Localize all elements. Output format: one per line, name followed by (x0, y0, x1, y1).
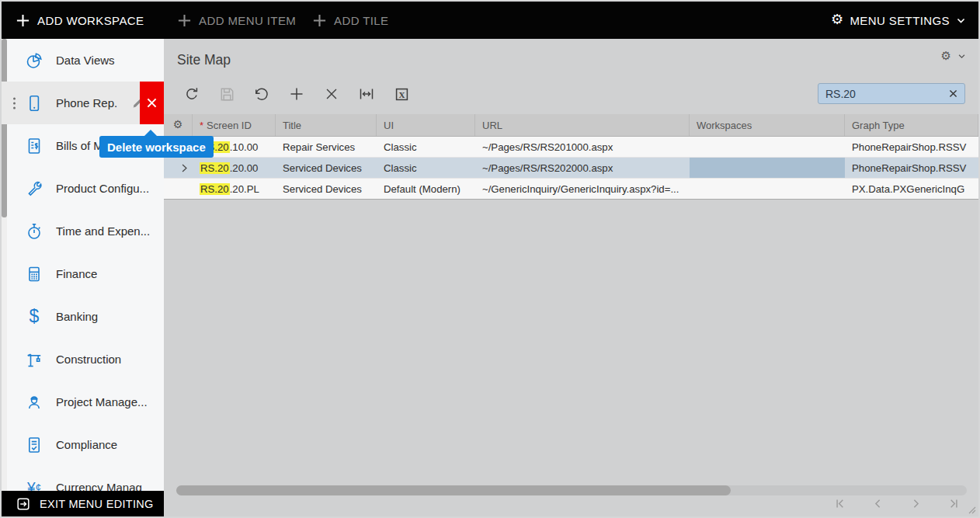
column-header-screen-id[interactable]: *Screen ID (193, 114, 276, 136)
plus-icon (177, 13, 192, 28)
table-row[interactable]: RS.20.20.PL Serviced Devices Default (Mo… (164, 179, 978, 200)
add-menu-item-button[interactable]: ADD MENU ITEM (177, 2, 296, 39)
clear-search-icon[interactable] (948, 89, 958, 99)
grid-header-row: ⚙ *Screen ID Title UI URL Workspaces Gra… (164, 114, 978, 137)
exit-icon (16, 496, 31, 512)
wrench-icon (25, 179, 43, 198)
sidebar-item-construction[interactable]: Construction (2, 338, 164, 381)
cell-graph-type[interactable]: PhoneRepairShop.RSSV (845, 137, 978, 157)
add-workspace-button[interactable]: ADD WORKSPACE (16, 2, 144, 39)
cell-ui[interactable]: Classic (377, 158, 475, 178)
cell-title[interactable]: Repair Services (276, 137, 377, 157)
pagination (832, 495, 961, 511)
chevron-down-icon[interactable] (957, 52, 966, 61)
required-marker: * (200, 120, 203, 131)
app-window: ADD WORKSPACE ADD MENU ITEM ADD TILE ⚙ M… (0, 0, 980, 518)
chevron-down-icon (956, 16, 966, 26)
plus-icon (16, 13, 30, 28)
sidebar-item-label: Time and Expen... (56, 224, 150, 238)
export-to-excel-button[interactable]: X (391, 83, 412, 105)
crane-icon (25, 350, 43, 369)
add-row-button[interactable] (286, 83, 308, 105)
cell-title[interactable]: Serviced Devices (276, 179, 377, 199)
refresh-button[interactable] (181, 83, 203, 105)
previous-page-button[interactable] (870, 495, 885, 511)
sidebar-item-label: Phone Rep. (56, 96, 117, 110)
exit-menu-editing-label: EXIT MENU EDITING (40, 498, 154, 510)
exit-menu-editing-button[interactable]: EXIT MENU EDITING (2, 491, 164, 516)
svg-text:X: X (398, 89, 405, 99)
next-page-button[interactable] (908, 495, 923, 511)
add-tile-label: ADD TILE (334, 14, 388, 27)
fit-to-width-button[interactable] (356, 83, 377, 105)
sidebar-item-label: Bills of M (56, 139, 103, 152)
cell-url[interactable]: ~/Pages/RS/RS202000.aspx (475, 158, 690, 178)
expand-chevron-icon[interactable] (179, 163, 189, 173)
menu-settings-button[interactable]: ⚙ MENU SETTINGS (831, 2, 966, 39)
menu-settings-label: MENU SETTINGS (850, 14, 950, 27)
delete-workspace-button[interactable] (140, 82, 164, 124)
sidebar-item-project-management[interactable]: Project Manage... (2, 381, 164, 423)
phone-icon (25, 94, 43, 113)
undo-button[interactable] (251, 83, 273, 105)
cell-workspaces[interactable] (690, 137, 845, 157)
pie-chart-icon (25, 51, 43, 70)
column-header-graph-type[interactable]: Graph Type (845, 114, 978, 136)
sidebar-item-label: Compliance (56, 438, 117, 451)
sidebar-item-banking[interactable]: $ Banking (2, 295, 164, 338)
sidebar-item-finance[interactable]: Finance (2, 252, 164, 295)
sidebar-item-label: Construction (56, 353, 121, 366)
table-row[interactable]: RS.20.10.00 Repair Services Classic ~/Pa… (164, 137, 978, 158)
sidebar-item-label: Project Manage... (56, 395, 148, 408)
sidebar-item-label: Currency Manag (56, 481, 142, 491)
horizontal-scrollbar[interactable] (176, 485, 967, 495)
currency-yen-cent-icon: ¥¢ (25, 478, 43, 492)
sidebar-item-data-views[interactable]: Data Views (2, 39, 164, 82)
cell-ui[interactable]: Classic (377, 137, 475, 157)
calculator-icon (25, 265, 43, 283)
column-settings-button[interactable]: ⚙ (164, 114, 193, 136)
sidebar-item-label: Banking (56, 310, 98, 323)
column-header-title[interactable]: Title (276, 114, 377, 136)
cell-screen-id[interactable]: RS.20.20.00 (193, 158, 276, 178)
last-page-button[interactable] (946, 495, 961, 511)
cell-graph-type[interactable]: PhoneRepairShop.RSSV (845, 158, 978, 178)
first-page-button[interactable] (832, 495, 847, 511)
site-map-grid: ⚙ *Screen ID Title UI URL Workspaces Gra… (164, 114, 978, 200)
plus-icon (312, 13, 327, 28)
column-header-ui[interactable]: UI (377, 114, 475, 136)
cell-ui[interactable]: Default (Modern) (377, 179, 475, 199)
sidebar-item-product-configurator[interactable]: Product Configu... (2, 167, 164, 210)
resize-grip-icon[interactable] (968, 506, 976, 514)
cell-title[interactable]: Serviced Devices (276, 158, 377, 178)
column-header-url[interactable]: URL (475, 114, 690, 136)
page-title: Site Map (177, 52, 231, 68)
document-check-icon (25, 436, 43, 454)
grid-search-box (818, 83, 965, 104)
close-icon (145, 96, 158, 110)
panel-settings-gear-icon[interactable]: ⚙ (941, 50, 951, 61)
search-input[interactable] (818, 88, 945, 100)
sidebar-item-compliance[interactable]: Compliance (2, 423, 164, 466)
dollar-icon: $ (25, 308, 43, 326)
sidebar-item-label: Product Configu... (56, 182, 149, 195)
cell-url[interactable]: ~/GenericInquiry/GenericInquiry.aspx?id=… (475, 179, 690, 199)
gear-icon: ⚙ (831, 12, 844, 26)
save-button[interactable] (216, 83, 238, 105)
delete-row-button[interactable] (321, 83, 342, 105)
add-tile-button[interactable]: ADD TILE (312, 2, 388, 39)
cell-url[interactable]: ~/Pages/RS/RS201000.aspx (475, 137, 690, 157)
horizontal-scrollbar-thumb[interactable] (176, 485, 731, 495)
cell-workspaces[interactable] (690, 179, 845, 199)
column-header-workspaces[interactable]: Workspaces (690, 114, 845, 136)
add-workspace-label: ADD WORKSPACE (37, 14, 144, 27)
cell-screen-id[interactable]: RS.20.20.PL (193, 179, 276, 199)
cell-graph-type[interactable]: PX.Data.PXGenericInqG (845, 179, 978, 199)
table-row-selected[interactable]: RS.20.20.00 Serviced Devices Classic ~/P… (164, 158, 978, 179)
drag-handle-icon[interactable] (13, 97, 16, 109)
sidebar-item-time-and-expenses[interactable]: Time and Expen... (2, 210, 164, 252)
sidebar-item-currency-management[interactable]: ¥¢ Currency Manag (2, 466, 164, 491)
cell-workspaces-selected[interactable] (690, 158, 845, 178)
add-menu-item-label: ADD MENU ITEM (199, 14, 296, 27)
sidebar-item-phone-repair[interactable]: Phone Rep. (2, 82, 164, 124)
